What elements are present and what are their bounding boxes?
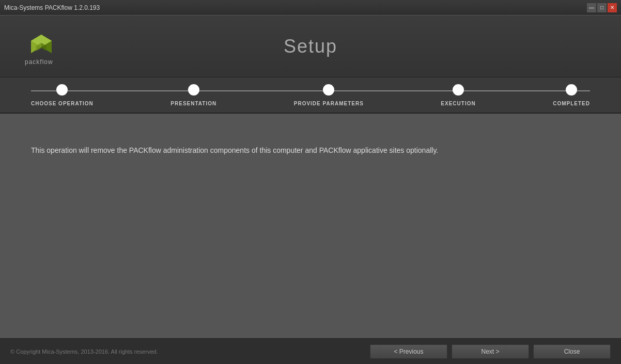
packflow-logo: packflow bbox=[22, 27, 61, 66]
step-presentation: PRESENTATION bbox=[170, 84, 216, 106]
step-label-2: PRESENTATION bbox=[170, 101, 216, 106]
maximize-button[interactable]: □ bbox=[597, 3, 607, 12]
step-label-1: CHOOSE OPERATION bbox=[31, 101, 94, 106]
footer: © Copyright Mica-Systems, 2013-2016. All… bbox=[0, 338, 621, 364]
step-label-5: COMPLETED bbox=[553, 101, 590, 106]
step-execution: EXECUTION bbox=[441, 84, 475, 106]
logo-area: packflow bbox=[0, 15, 83, 77]
step-dot-1 bbox=[56, 84, 68, 96]
step-provide-parameters: PROVIDE PARAMETERS bbox=[294, 84, 364, 106]
step-dot-5 bbox=[566, 84, 577, 96]
title-bar: Mica-Systems PACKflow 1.2.0.193 — □ ✕ bbox=[0, 0, 621, 15]
previous-button[interactable]: < Previous bbox=[370, 344, 447, 359]
description-text: This operation will remove the PACKflow … bbox=[31, 145, 590, 156]
window-controls: — □ ✕ bbox=[587, 3, 617, 12]
close-button[interactable]: Close bbox=[533, 344, 611, 359]
step-dot-2 bbox=[188, 84, 199, 96]
copyright-text: © Copyright Mica-Systems, 2013-2016. All… bbox=[10, 349, 158, 355]
step-dot-4 bbox=[453, 84, 464, 96]
footer-buttons: < Previous Next > Close bbox=[370, 344, 611, 359]
steps-container: CHOOSE OPERATION PRESENTATION PROVIDE PA… bbox=[31, 84, 590, 106]
step-completed: COMPLETED bbox=[553, 84, 590, 106]
window-title: Mica-Systems PACKflow 1.2.0.193 bbox=[4, 4, 100, 11]
page-title: Setup bbox=[83, 36, 538, 57]
step-label-3: PROVIDE PARAMETERS bbox=[294, 101, 364, 106]
main-content: This operation will remove the PACKflow … bbox=[0, 114, 621, 338]
steps-bar: CHOOSE OPERATION PRESENTATION PROVIDE PA… bbox=[0, 77, 621, 114]
next-button[interactable]: Next > bbox=[452, 344, 529, 359]
minimize-button[interactable]: — bbox=[587, 3, 596, 12]
step-label-4: EXECUTION bbox=[441, 101, 475, 106]
step-choose-operation: CHOOSE OPERATION bbox=[31, 84, 94, 106]
close-window-button[interactable]: ✕ bbox=[608, 3, 617, 12]
svg-text:packflow: packflow bbox=[25, 58, 53, 66]
step-dot-3 bbox=[323, 84, 334, 96]
header: packflow Setup bbox=[0, 15, 621, 77]
